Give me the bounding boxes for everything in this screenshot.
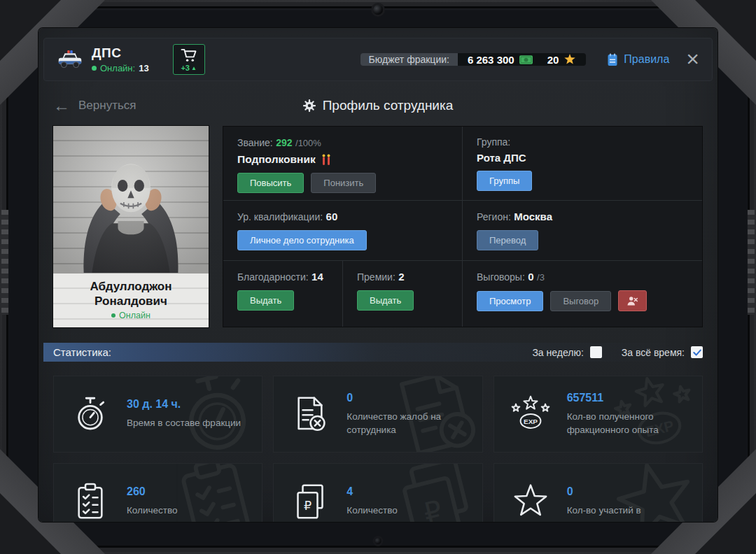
online-dot-icon — [92, 66, 97, 71]
back-button[interactable]: ← Вернуться — [53, 97, 136, 114]
employee-photo-card: Абдуллоджон Роналдович Онлайн — [53, 126, 209, 327]
bonus-value: 2 — [398, 271, 404, 283]
stat-card-participation: 0 Кол-во участий в — [493, 463, 703, 522]
statistics-header: Статистика: За неделю: За всё время: — [43, 343, 713, 362]
back-label: Вернуться — [78, 99, 136, 113]
rank-value: 292 — [276, 137, 292, 148]
complaints-icon — [290, 395, 330, 434]
faction-budget: Бюджет фракции: 6 263 300 20 — [360, 53, 587, 66]
cart-button[interactable]: +3 ▲ — [173, 44, 205, 75]
stat-label: Количество — [127, 504, 249, 517]
stat-label: Кол-во полученного фракционного опыта — [567, 411, 690, 436]
rules-button[interactable]: Правила — [607, 53, 669, 66]
thanks-section: Благодарности: 14 Выдать — [223, 261, 343, 327]
qualification-value: 60 — [326, 211, 338, 222]
budget-label: Бюджет фракции: — [360, 53, 458, 66]
camera-dot — [373, 5, 383, 15]
stat-value: 0 — [567, 485, 696, 498]
screw-dot — [375, 538, 382, 544]
week-label: За неделю: — [532, 347, 583, 358]
money-icon — [519, 55, 533, 64]
filter-alltime[interactable]: За всё время: — [622, 346, 703, 358]
dismiss-person-icon — [626, 296, 638, 306]
region-section: Регион: Москва Перевод — [463, 201, 702, 261]
personal-file-button[interactable]: Личное дело сотрудника — [237, 230, 367, 250]
star-icon — [511, 483, 550, 520]
rank-label: Звание: — [237, 137, 273, 148]
subheader: ← Вернуться Профиль сотрудника — [53, 91, 703, 120]
employee-online-status: Онлайн — [56, 311, 206, 320]
promote-button[interactable]: Повысить — [237, 173, 304, 193]
give-bonus-button[interactable]: Выдать — [357, 290, 414, 311]
region-value: Москва — [514, 211, 552, 222]
group-value: Рота ДПС — [477, 152, 688, 164]
employee-avatar — [53, 132, 209, 273]
bonus-label: Премии: — [357, 271, 396, 283]
bonus-section: Премии: 2 Выдать — [343, 261, 463, 327]
stat-label: Количество — [346, 504, 469, 517]
dismiss-button[interactable] — [618, 290, 647, 311]
online-label: Онлайн: — [100, 63, 135, 73]
ruble-docs-icon — [290, 482, 330, 521]
grip-ridge — [748, 210, 755, 315]
stat-value: 260 — [127, 485, 256, 498]
police-car-icon — [57, 50, 83, 69]
employee-name: Абдуллоджон Роналдович — [56, 279, 206, 309]
reprimand-max: /3 — [537, 272, 545, 283]
app-screen: ДПС Онлайн: 13 +3 ▲ Бюджет фракции: 6 2 — [38, 28, 718, 522]
reprimand-section: Выговоры: 0 /3 Просмотр Выговор — [463, 261, 702, 327]
page-title: Профиль сотрудника — [53, 98, 703, 113]
group-section: Группа: Рота ДПС Группы — [463, 127, 702, 201]
stat-card-count-1: 260 Количество — [53, 463, 262, 522]
stat-card-complaints: 0 Количество жалоб на сотрудника — [273, 376, 482, 453]
rank-name: Подполковник — [237, 153, 448, 166]
thanks-label: Благодарности: — [237, 271, 309, 283]
transfer-button[interactable]: Перевод — [477, 230, 538, 250]
rank-line: Звание: 292 /100% — [237, 136, 448, 149]
statistics-filters: За неделю: За всё время: — [532, 346, 703, 358]
online-counter: Онлайн: 13 — [92, 63, 149, 73]
back-arrow-icon: ← — [53, 97, 70, 114]
online-count: 13 — [139, 63, 148, 73]
gold-star-icon — [564, 53, 576, 66]
page-title-text: Профиль сотрудника — [323, 98, 454, 113]
alltime-label: За всё время: — [622, 347, 685, 358]
stat-card-faction-exp: 657511 Кол-во полученного фракционного о… — [493, 376, 703, 453]
budget-money-value: 6 263 300 — [468, 54, 514, 66]
online-dot-icon — [111, 313, 115, 318]
rules-label: Правила — [624, 53, 669, 66]
reprimand-label: Выговоры: — [477, 271, 525, 283]
rank-section: Звание: 292 /100% Подполковник — [223, 127, 463, 201]
stat-card-time-in-faction: 30 д. 14 ч. Время в составе фракции — [53, 376, 262, 453]
check-icon — [693, 349, 701, 356]
employee-name-plate: Абдуллоджон Роналдович Онлайн — [53, 274, 209, 328]
employee-first-name: Абдуллоджон — [56, 279, 206, 294]
close-icon[interactable]: × — [686, 50, 699, 69]
statistics-cards: 30 д. 14 ч. Время в составе фракции 0 Ко… — [53, 376, 703, 522]
group-label: Группа: — [477, 136, 688, 148]
reprimand-value: 0 — [528, 271, 533, 283]
stat-label: Кол-во участий в — [567, 504, 690, 517]
view-reprimands-button[interactable]: Просмотр — [477, 291, 543, 311]
employee-details-panel: Звание: 292 /100% Подполковник — [223, 126, 703, 327]
filter-week[interactable]: За неделю: — [532, 346, 601, 358]
alltime-checkbox[interactable] — [691, 346, 703, 358]
grip-ridge — [1, 210, 8, 315]
issue-reprimand-button[interactable]: Выговор — [550, 291, 611, 311]
cart-badge-count: +3 — [181, 64, 190, 72]
statistics-title: Статистика: — [53, 346, 111, 358]
region-label: Регион: — [477, 211, 511, 222]
groups-button[interactable]: Группы — [477, 171, 532, 191]
employee-photo — [53, 126, 209, 274]
faction-name: ДПС — [92, 45, 149, 61]
stat-label: Время в составе фракции — [127, 417, 249, 429]
stat-value: 657511 — [567, 392, 696, 404]
give-thanks-button[interactable]: Выдать — [237, 290, 294, 311]
demote-button[interactable]: Понизить — [311, 173, 376, 193]
stat-value: 0 — [346, 392, 476, 404]
thanks-value: 14 — [312, 271, 323, 283]
week-checkbox[interactable] — [590, 346, 602, 358]
faction-info: ДПС Онлайн: 13 — [57, 45, 149, 73]
qualification-section: Ур. квалификации: 60 Личное дело сотрудн… — [223, 201, 463, 261]
rank-insignia-icon — [321, 154, 331, 165]
